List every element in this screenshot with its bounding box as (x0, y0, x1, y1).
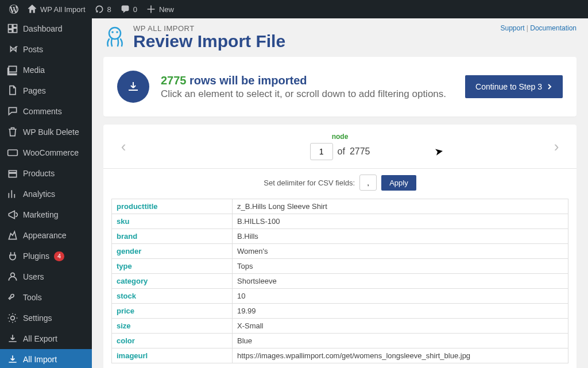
sidebar-item-appearance[interactable]: Appearance (0, 225, 92, 246)
table-row[interactable]: stock10 (112, 289, 568, 304)
field-value: X-Small (233, 319, 568, 334)
field-key: type (112, 259, 233, 274)
admin-sidebar: DashboardPostsMediaPagesCommentsWP Bulk … (0, 18, 92, 368)
media-icon (7, 64, 18, 76)
apply-delimiter-button[interactable]: Apply (381, 175, 416, 191)
docs-link[interactable]: Documentation (530, 24, 577, 32)
sidebar-item-analytics[interactable]: Analytics (0, 184, 92, 204)
sidebar-item-label: Marketing (23, 210, 58, 219)
new-content-link[interactable]: New (142, 0, 179, 18)
pin-icon (7, 44, 18, 55)
field-value: 19.99 (233, 304, 568, 319)
field-key: sku (112, 214, 233, 229)
svg-point-1 (11, 273, 15, 277)
sidebar-item-label: Dashboard (23, 24, 63, 33)
field-key: brand (112, 229, 233, 244)
field-value: 10 (233, 289, 568, 304)
sidebar-item-label: Pages (23, 86, 46, 95)
field-value: https://images.wpallimport.com/get/women… (233, 348, 568, 363)
sidebar-item-tools[interactable]: Tools (0, 287, 92, 308)
field-key: category (112, 274, 233, 289)
site-name-link[interactable]: WP All Import (23, 0, 90, 18)
sidebar-item-label: Posts (23, 45, 43, 54)
record-preview-panel: ‹ node of 2775 › Set delimiter for CSV f… (103, 125, 577, 368)
update-badge: 4 (54, 251, 64, 261)
of-label: of (338, 146, 345, 157)
wp-logo[interactable] (5, 0, 23, 18)
sidebar-item-users[interactable]: Users (0, 266, 92, 287)
updates-link[interactable]: 8 (90, 0, 116, 18)
table-row[interactable]: typeTops (112, 259, 568, 274)
sidebar-item-label: Tools (23, 293, 42, 302)
callout-instruction: Click an element to select it, or scroll… (161, 88, 454, 100)
table-row[interactable]: skuB.HILLS-100 (112, 214, 568, 229)
row-count-suffix: rows will be imported (189, 74, 307, 87)
table-row[interactable]: imageurlhttps://images.wpallimport.com/g… (112, 348, 568, 363)
table-row[interactable]: producttitlez_B.Hills Long Sleeve Shirt (112, 199, 568, 214)
record-fields-table: producttitlez_B.Hills Long Sleeve Shirts… (111, 199, 568, 363)
sidebar-item-products[interactable]: Products (0, 163, 92, 184)
page-title: Review Import File (133, 33, 285, 50)
refresh-icon (95, 5, 104, 14)
svg-point-4 (111, 31, 114, 33)
home-icon (28, 5, 37, 14)
table-row[interactable]: sizeX-Small (112, 319, 568, 334)
field-key: price (112, 304, 233, 319)
page-icon (7, 85, 18, 96)
updates-count: 8 (107, 5, 111, 14)
prev-record-button[interactable]: ‹ (115, 138, 132, 156)
sidebar-item-label: All Import (23, 355, 57, 364)
field-value: B.Hills (233, 229, 568, 244)
sidebar-item-plugins[interactable]: Plugins4 (0, 246, 92, 266)
download-icon (117, 71, 149, 103)
sidebar-item-comments[interactable]: Comments (0, 101, 92, 122)
comments-link[interactable]: 0 (116, 0, 142, 18)
sidebar-item-settings[interactable]: Settings (0, 308, 92, 328)
table-row[interactable]: colorBlue (112, 334, 568, 348)
sidebar-item-label: WooCommerce (23, 148, 79, 157)
sidebar-item-wp-bulk-delete[interactable]: WP Bulk Delete (0, 122, 92, 142)
comment-icon (7, 106, 18, 117)
sidebar-item-all-import[interactable]: All Import (0, 349, 92, 368)
site-name: WP All Import (40, 5, 86, 14)
import-summary-callout: 2775 rows will be imported Click an elem… (103, 57, 577, 117)
sidebar-item-label: Products (23, 169, 55, 178)
delimiter-label: Set delimiter for CSV fields: (264, 179, 355, 187)
sidebar-item-dashboard[interactable]: Dashboard (0, 18, 92, 39)
admin-bar: WP All Import 8 0 New (0, 0, 588, 18)
sidebar-item-all-export[interactable]: All Export (0, 328, 92, 349)
field-key: imageurl (112, 348, 233, 363)
sidebar-item-media[interactable]: Media (0, 60, 92, 80)
plugins-icon (7, 250, 18, 262)
field-value: z_B.Hills Long Sleeve Shirt (233, 199, 568, 214)
sidebar-item-pages[interactable]: Pages (0, 80, 92, 101)
sidebar-item-label: Appearance (23, 231, 67, 240)
table-row[interactable]: genderWomen's (112, 244, 568, 259)
sidebar-item-marketing[interactable]: Marketing (0, 204, 92, 225)
field-value: Tops (233, 259, 568, 274)
sidebar-item-woocommerce[interactable]: WooCommerce (0, 142, 92, 163)
settings-icon (7, 312, 18, 324)
wordpress-icon (9, 5, 18, 14)
delimiter-input[interactable] (359, 175, 377, 191)
field-key: stock (112, 289, 233, 304)
field-key: producttitle (112, 199, 233, 214)
next-record-button[interactable]: › (548, 138, 565, 156)
support-link[interactable]: Support (500, 24, 524, 32)
continue-button[interactable]: Continue to Step 3 (465, 75, 563, 98)
table-row[interactable]: categoryShortsleeve (112, 274, 568, 289)
import-icon (7, 354, 18, 365)
field-key: size (112, 319, 233, 334)
table-row[interactable]: price19.99 (112, 304, 568, 319)
comments-count: 0 (133, 5, 137, 14)
table-row[interactable]: brandB.Hills (112, 229, 568, 244)
sidebar-item-posts[interactable]: Posts (0, 39, 92, 60)
node-label: node (310, 133, 370, 141)
sidebar-item-label: Plugins (23, 251, 49, 261)
woo-icon (7, 147, 18, 158)
new-label: New (159, 5, 174, 14)
field-key: color (112, 334, 233, 348)
record-number-input[interactable] (310, 143, 333, 160)
plus-icon (146, 5, 156, 14)
field-value: B.HILLS-100 (233, 214, 568, 229)
